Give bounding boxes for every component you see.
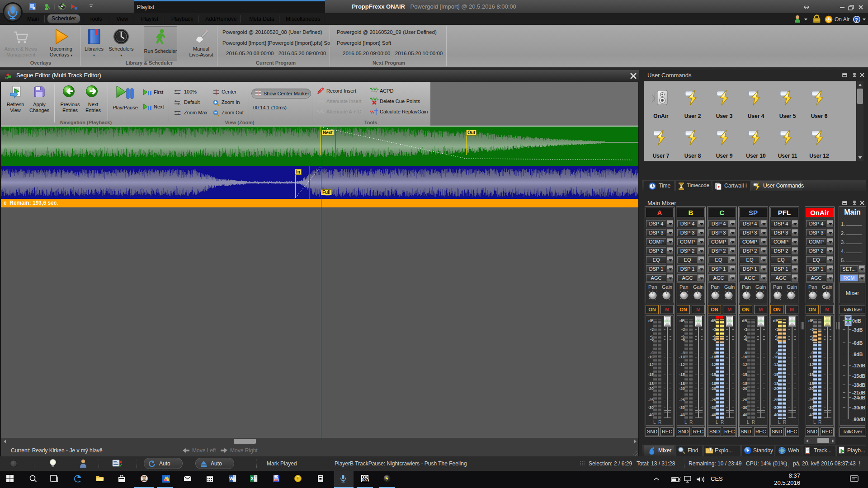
svg-text:W: W <box>229 476 234 481</box>
svg-text:X: X <box>251 476 254 481</box>
svg-text:On Air: On Air <box>835 16 849 23</box>
svg-text:?: ? <box>855 17 858 23</box>
svg-text:R·D·S: R·D·S <box>362 479 369 482</box>
